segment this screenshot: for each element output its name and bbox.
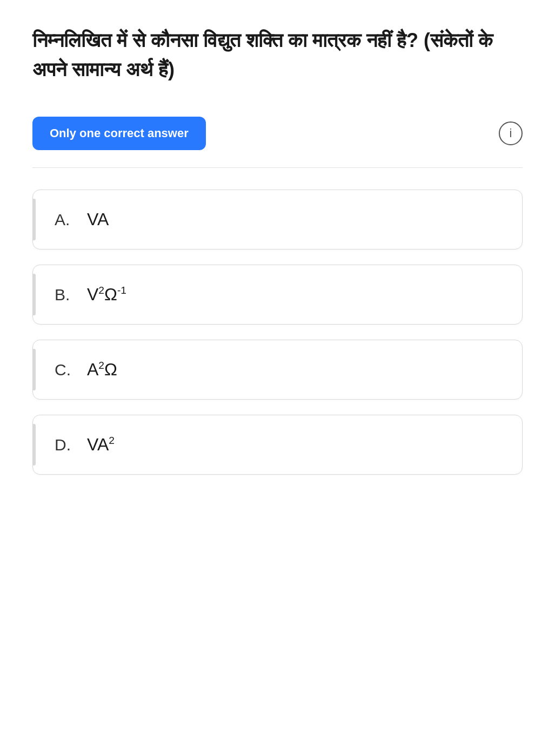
- info-symbol: i: [510, 126, 512, 140]
- option-d-card[interactable]: D. VA2: [32, 415, 523, 475]
- option-d-text: VA2: [87, 435, 115, 455]
- question-text: निम्नलिखित में से कौनसा विद्युत शक्ति का…: [32, 26, 523, 84]
- option-a-card[interactable]: A. VA: [32, 190, 523, 249]
- option-c-letter: C.: [55, 361, 87, 379]
- option-b-card[interactable]: B. V2Ω-1: [32, 265, 523, 325]
- info-icon[interactable]: i: [499, 122, 523, 145]
- option-a-text: VA: [87, 210, 109, 230]
- options-list: A. VA B. V2Ω-1 C. A2Ω D. VA2: [32, 190, 523, 475]
- option-b-letter: B.: [55, 286, 87, 304]
- divider: [32, 167, 523, 168]
- option-a-letter: A.: [55, 211, 87, 229]
- option-c-text: A2Ω: [87, 360, 117, 380]
- option-c-card[interactable]: C. A2Ω: [32, 340, 523, 400]
- answer-type-badge: Only one correct answer: [32, 117, 206, 150]
- option-b-text: V2Ω-1: [87, 285, 126, 305]
- badge-row: Only one correct answer i: [32, 117, 523, 150]
- option-d-letter: D.: [55, 436, 87, 454]
